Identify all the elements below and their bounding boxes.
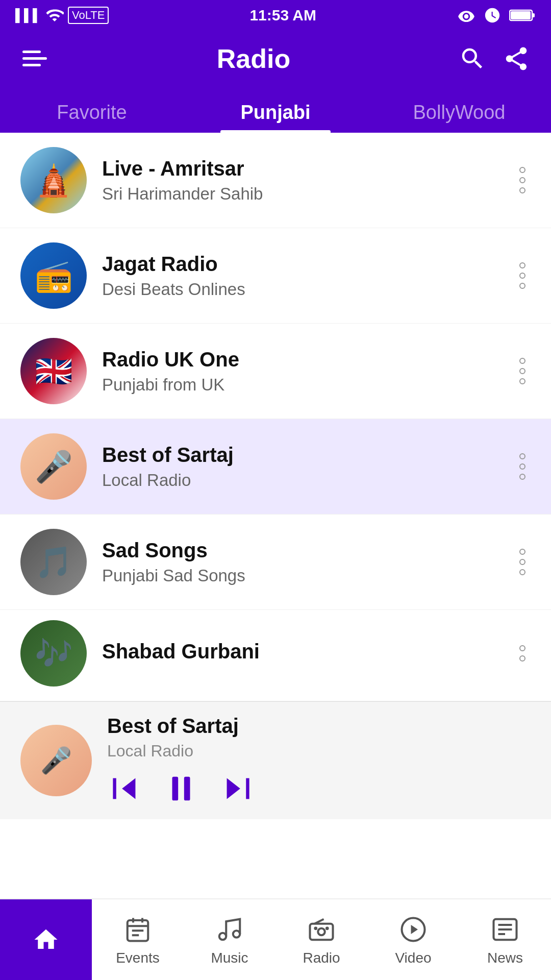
avatar-shabad [20,620,87,687]
pause-button[interactable] [163,771,199,806]
tab-bollywood[interactable]: BollyWood [367,102,551,133]
tab-punjabi[interactable]: Punjabi [184,102,367,133]
alarm-icon [484,7,501,24]
radio-menu-uk[interactable] [514,358,531,384]
radio-item-sad[interactable]: Sad Songs Punjabi Sad Songs [0,514,551,610]
previous-button[interactable] [107,771,143,806]
news-icon [489,913,521,946]
radio-name-uk: Radio UK One [102,348,499,371]
menu-dot [519,463,525,470]
svg-point-19 [233,930,240,938]
status-time: 11:53 AM [249,7,316,24]
svg-rect-2 [511,11,531,19]
menu-dot [519,378,525,384]
radio-info-uk: Radio UK One Punjabi from UK [87,348,514,395]
volte-badge: VoLTE [68,7,109,24]
status-indicators [457,7,536,24]
menu-dot [519,655,525,662]
nav-item-music[interactable]: Music [184,899,276,980]
now-playing-info: Best of Sartaj Local Radio [107,715,531,806]
radio-item-jagat[interactable]: Jagat Radio Desi Beats Onlines [0,228,551,324]
svg-marker-10 [227,778,240,799]
home-icon [30,923,62,956]
status-signal: ▌▌▌ VoLTE [15,6,109,24]
radio-menu-jagat[interactable] [514,262,531,289]
radio-item-uk[interactable]: Radio UK One Punjabi from UK [0,324,551,419]
radio-menu-shabad[interactable] [514,645,531,662]
nav-item-news[interactable]: News [459,899,551,980]
svg-point-18 [219,933,227,940]
svg-rect-4 [22,57,47,60]
svg-rect-20 [310,924,333,940]
menu-dot [519,645,525,651]
radio-menu-sad[interactable] [514,549,531,575]
nav-item-radio[interactable]: Radio [276,899,367,980]
app-header: Radio [0,31,551,87]
menu-dot [519,453,525,459]
now-playing-avatar: 🎤 [20,725,92,796]
eye-icon [457,9,475,22]
signal-bars: ▌▌▌ [15,8,41,22]
battery-icon [509,8,536,22]
menu-dot [519,177,525,183]
nav-label-events: Events [116,950,160,966]
tab-bar: Favorite Punjabi BollyWood [0,87,551,133]
radio-name-sartaj: Best of Sartaj [102,444,499,467]
now-playing-bar: 🎤 Best of Sartaj Local Radio [0,701,551,819]
radio-info-jagat: Jagat Radio Desi Beats Onlines [87,253,514,299]
radio-menu-amritsar[interactable] [514,167,531,193]
menu-dot [519,368,525,374]
svg-point-21 [318,928,325,936]
avatar-sad [20,529,87,595]
nav-item-video[interactable]: Video [367,899,459,980]
menu-dot [519,549,525,555]
nav-item-events[interactable]: Events [92,899,184,980]
next-button[interactable] [219,771,255,806]
menu-button[interactable] [20,44,49,73]
radio-sub-uk: Punjabi from UK [102,375,499,395]
nav-label-music: Music [211,950,248,966]
radio-menu-sartaj[interactable] [514,453,531,480]
share-button[interactable] [502,44,531,73]
radio-item-sartaj[interactable]: Best of Sartaj Local Radio [0,419,551,514]
avatar-jagat [20,242,87,309]
video-icon [397,913,430,946]
avatar-amritsar [20,147,87,213]
radio-info-sad: Sad Songs Punjabi Sad Songs [87,539,514,585]
header-actions [458,44,531,73]
tab-favorite[interactable]: Favorite [0,102,184,133]
now-playing-subtitle: Local Radio [107,742,531,761]
radio-icon [305,913,338,946]
avatar-sartaj [20,433,87,500]
radio-item-amritsar[interactable]: Live - Amritsar Sri Harimander Sahib [0,133,551,228]
wifi-icon [45,6,64,24]
nav-label-radio: Radio [303,950,340,966]
nav-label-video: Video [395,950,431,966]
menu-dot [519,474,525,480]
svg-rect-3 [22,51,41,53]
now-playing-title: Best of Sartaj [107,715,531,738]
radio-info-shabad: Shabad Gurbani [87,640,514,667]
search-button[interactable] [458,44,487,73]
radio-name-sad: Sad Songs [102,539,499,562]
svg-marker-25 [411,925,418,934]
nav-label-news: News [487,950,523,966]
nav-item-home[interactable] [0,899,92,980]
playback-controls [107,771,531,806]
radio-name-amritsar: Live - Amritsar [102,157,499,180]
svg-rect-9 [184,777,190,801]
status-bar: ▌▌▌ VoLTE 11:53 AM [0,0,551,31]
radio-info-amritsar: Live - Amritsar Sri Harimander Sahib [87,157,514,204]
radio-item-shabad[interactable]: Shabad Gurbani [0,610,551,701]
menu-dot [519,262,525,268]
menu-dot [519,559,525,565]
radio-list: Live - Amritsar Sri Harimander Sahib Jag… [0,133,551,701]
menu-dot [519,283,525,289]
svg-rect-1 [532,13,535,17]
radio-name-jagat: Jagat Radio [102,253,499,276]
radio-sub-sad: Punjabi Sad Songs [102,566,499,585]
radio-sub-amritsar: Sri Harimander Sahib [102,184,499,204]
radio-sub-sartaj: Local Radio [102,471,499,490]
radio-sub-jagat: Desi Beats Onlines [102,280,499,299]
page-title: Radio [217,43,290,74]
